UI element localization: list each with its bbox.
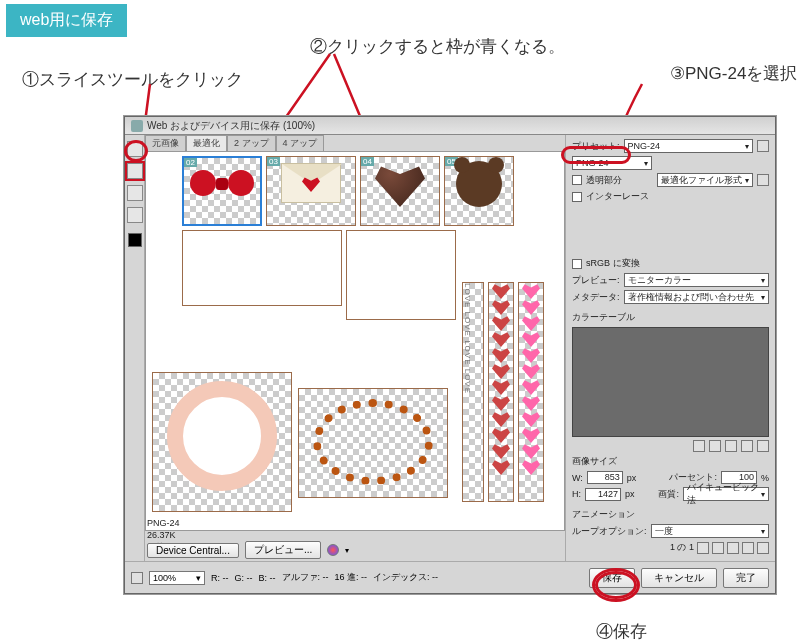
srgb-label: sRGB に変換 bbox=[586, 257, 640, 270]
zoom-select[interactable]: 100%▾ bbox=[149, 571, 205, 585]
preset-label: プリセット: bbox=[572, 140, 620, 153]
frame-count: 1 の 1 bbox=[670, 541, 694, 554]
next-frame-icon[interactable] bbox=[742, 542, 754, 554]
slice-hearts-pink[interactable] bbox=[518, 282, 544, 502]
index-value: インデックス: -- bbox=[373, 571, 438, 584]
srgb-checkbox[interactable] bbox=[572, 259, 582, 269]
browser-preview-icon[interactable] bbox=[327, 544, 339, 556]
tab-original[interactable]: 元画像 bbox=[145, 135, 186, 151]
quality-label: 画質: bbox=[658, 488, 679, 501]
transparency-checkbox[interactable] bbox=[572, 175, 582, 185]
ct-trash-icon[interactable] bbox=[757, 440, 769, 452]
transparency-label: 透明部分 bbox=[586, 174, 622, 187]
cancel-button[interactable]: キャンセル bbox=[641, 568, 717, 588]
annotation-4: ④保存 bbox=[596, 620, 647, 642]
quality-select[interactable]: バイキュービック法 bbox=[683, 487, 769, 501]
tab-4up[interactable]: 4 アップ bbox=[276, 135, 325, 151]
view-tabs: 元画像 最適化 2 アップ 4 アップ bbox=[145, 135, 324, 151]
optimize-format-select[interactable]: 最適化ファイル形式 bbox=[657, 173, 753, 187]
slice-envelope[interactable]: 03 bbox=[266, 156, 356, 226]
animation-label: アニメーション bbox=[572, 508, 769, 521]
preview-select[interactable]: モニターカラー bbox=[624, 273, 769, 287]
w-label: W: bbox=[572, 473, 583, 483]
px2: px bbox=[625, 489, 635, 499]
info-size: 26.37K bbox=[147, 529, 218, 541]
px1: px bbox=[627, 473, 637, 483]
metadata-select[interactable]: 著作権情報および問い合わせ先 bbox=[624, 290, 769, 304]
device-central-button[interactable]: Device Central... bbox=[147, 543, 239, 558]
zoom-tool[interactable] bbox=[127, 185, 143, 201]
info-format: PNG-24 bbox=[147, 517, 218, 529]
width-input[interactable]: 853 bbox=[587, 471, 623, 484]
hex-value: 16 進: -- bbox=[335, 571, 368, 584]
opt-menu-icon[interactable] bbox=[757, 174, 769, 186]
fg-swatch[interactable] bbox=[128, 233, 142, 247]
tab-optimized[interactable]: 最適化 bbox=[186, 135, 227, 151]
first-frame-icon[interactable] bbox=[697, 542, 709, 554]
slice-blank1[interactable] bbox=[182, 230, 342, 306]
hand-tool[interactable] bbox=[127, 141, 143, 157]
preset-select[interactable]: PNG-24 bbox=[624, 139, 753, 153]
tutorial-badge: web用に保存 bbox=[6, 4, 127, 37]
h-label: H: bbox=[572, 489, 581, 499]
settings-panel: プリセット:PNG-24 PNG-24 透明部分 最適化ファイル形式 インターレ… bbox=[565, 135, 775, 561]
app-icon bbox=[131, 120, 143, 132]
save-for-web-dialog: Web およびデバイス用に保存 (100%) 元画像 最適化 2 アップ 4 ア… bbox=[124, 116, 776, 594]
done-button[interactable]: 完了 bbox=[723, 568, 769, 588]
loop-select[interactable]: 一度 bbox=[651, 524, 769, 538]
slice-oval[interactable] bbox=[298, 388, 448, 498]
ct-btn2[interactable] bbox=[709, 440, 721, 452]
colortable-label: カラーテーブル bbox=[572, 311, 769, 324]
annotation-3: ③PNG-24を選択 bbox=[670, 62, 797, 85]
pct: % bbox=[761, 473, 769, 483]
loop-label: ループオプション: bbox=[572, 525, 647, 538]
left-toolbar bbox=[125, 135, 145, 561]
last-frame-icon[interactable] bbox=[757, 542, 769, 554]
dialog-titlebar: Web およびデバイス用に保存 (100%) bbox=[125, 117, 775, 135]
interlace-checkbox[interactable] bbox=[572, 192, 582, 202]
ct-btn4[interactable] bbox=[741, 440, 753, 452]
format-select[interactable]: PNG-24 bbox=[572, 156, 652, 170]
play-icon[interactable] bbox=[727, 542, 739, 554]
sync-icon[interactable] bbox=[131, 572, 143, 584]
alpha-value: アルファ: -- bbox=[282, 571, 329, 584]
prev-frame-icon[interactable] bbox=[712, 542, 724, 554]
preview-label: プレビュー: bbox=[572, 274, 620, 287]
g-value: G: -- bbox=[235, 573, 253, 583]
slice-heart[interactable]: 04 bbox=[360, 156, 440, 226]
slice-circle[interactable] bbox=[152, 372, 292, 512]
slice-bow[interactable]: 02 bbox=[182, 156, 262, 226]
eyedropper-tool[interactable] bbox=[127, 207, 143, 223]
preset-menu-icon[interactable] bbox=[757, 140, 769, 152]
height-input[interactable]: 1427 bbox=[585, 488, 621, 501]
slice-hearts-red[interactable] bbox=[488, 282, 514, 502]
tab-2up[interactable]: 2 アップ bbox=[227, 135, 276, 151]
r-value: R: -- bbox=[211, 573, 229, 583]
slice-select-tool[interactable] bbox=[127, 163, 143, 179]
preview-button[interactable]: プレビュー... bbox=[245, 541, 321, 559]
ct-btn1[interactable] bbox=[693, 440, 705, 452]
b-value: B: -- bbox=[259, 573, 276, 583]
dialog-title: Web およびデバイス用に保存 (100%) bbox=[147, 119, 315, 133]
color-table[interactable] bbox=[572, 327, 769, 437]
interlace-label: インターレース bbox=[586, 190, 649, 203]
slice-bear[interactable]: 05 bbox=[444, 156, 514, 226]
ct-btn3[interactable] bbox=[725, 440, 737, 452]
preview-canvas[interactable]: 02 03 04 05 LOVE LOVE LOVE LOVE bbox=[145, 151, 565, 531]
imagesize-label: 画像サイズ bbox=[572, 455, 769, 468]
slice-blank2[interactable] bbox=[346, 230, 456, 320]
metadata-label: メタデータ: bbox=[572, 291, 620, 304]
dialog-footer: 100%▾ R: -- G: -- B: -- アルファ: -- 16 進: -… bbox=[125, 561, 775, 593]
slice-love-text[interactable]: LOVE LOVE LOVE LOVE bbox=[462, 282, 484, 502]
save-button[interactable]: 保存 bbox=[589, 568, 635, 588]
